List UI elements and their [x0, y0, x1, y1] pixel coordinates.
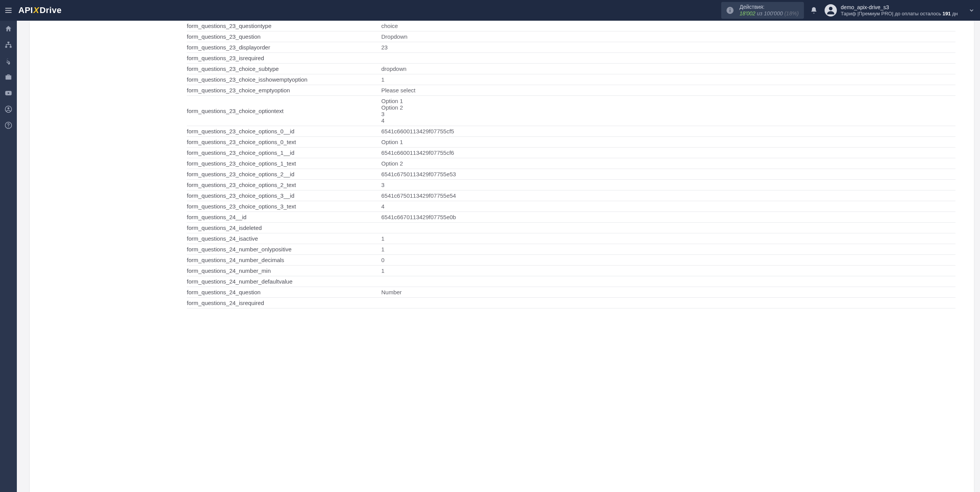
- user-menu-toggle[interactable]: [969, 7, 975, 13]
- actions-label: Действия:: [740, 4, 799, 10]
- row-value: 6541c6750113429f07755e53: [381, 169, 956, 180]
- row-key: form_questions_24_number_min: [187, 266, 381, 276]
- table-row: form_questions_24_isactive1: [187, 233, 956, 244]
- table-row: form_questions_24_number_onlypositive1: [187, 244, 956, 255]
- table-row: form_questions_23_choice_options_1__id65…: [187, 148, 956, 158]
- row-key: form_questions_24_number_decimals: [187, 255, 381, 266]
- row-value: 1: [381, 244, 956, 255]
- row-value: [381, 223, 956, 233]
- row-value: 0: [381, 255, 956, 266]
- row-value: 6541c6670113429f07755e0b: [381, 212, 956, 223]
- row-key: form_questions_24_isrequired: [187, 298, 381, 308]
- data-table: form_questions_23_questiontypechoiceform…: [187, 21, 956, 308]
- table-row: form_questions_24_number_decimals0: [187, 255, 956, 266]
- user-circle-icon: [5, 105, 12, 113]
- row-key: form_questions_23_choice_isshowemptyopti…: [187, 74, 381, 85]
- sidebar-item-video[interactable]: [0, 85, 17, 101]
- row-key: form_questions_23_choice_options_3_text: [187, 201, 381, 212]
- row-key: form_questions_23_choice_options_1_text: [187, 158, 381, 169]
- svg-rect-5: [730, 8, 730, 9]
- table-row: form_questions_23_choice_isshowemptyopti…: [187, 74, 956, 85]
- row-value: Dropdown: [381, 31, 956, 42]
- user-tariff: Тариф |Премиум PRO| до оплаты осталось 1…: [841, 11, 958, 17]
- row-value: [381, 298, 956, 308]
- table-row: form_questions_23_choice_options_2_text3: [187, 180, 956, 190]
- row-value: choice: [381, 21, 956, 31]
- row-key: form_questions_23_choice_options_0_text: [187, 137, 381, 148]
- actions-limit: 100'000: [764, 10, 783, 17]
- svg-point-13: [8, 107, 10, 109]
- svg-point-15: [8, 126, 9, 127]
- user-name: demo_apix-drive_s3: [841, 4, 958, 11]
- menu-toggle-button[interactable]: [0, 0, 17, 21]
- dollar-icon: [5, 57, 12, 65]
- info-icon: [726, 6, 734, 15]
- row-value: 3: [381, 180, 956, 190]
- row-value: [381, 53, 956, 64]
- table-row: form_questions_23_questiontypechoice: [187, 21, 956, 31]
- notifications-button[interactable]: [810, 7, 818, 14]
- row-key: form_questions_23_isrequired: [187, 53, 381, 64]
- logo-x: X: [33, 5, 39, 15]
- svg-point-6: [829, 7, 833, 10]
- table-row: form_questions_23_choice_emptyoptionPlea…: [187, 85, 956, 96]
- table-row: form_questions_23_choice_options_1_textO…: [187, 158, 956, 169]
- data-table-wrap: form_questions_23_questiontypechoiceform…: [187, 21, 956, 492]
- table-row: form_questions_23_choice_options_3_text4: [187, 201, 956, 212]
- row-key: form_questions_23_displayorder: [187, 42, 381, 53]
- row-key: form_questions_24_isdeleted: [187, 223, 381, 233]
- actions-meter[interactable]: Действия: 18'002 из 100'000 (18%): [721, 2, 804, 19]
- row-key: form_questions_24_number_defaultvalue: [187, 276, 381, 287]
- row-value: 6541c6600113429f07755cf5: [381, 126, 956, 137]
- row-key: form_questions_24_isactive: [187, 233, 381, 244]
- home-icon: [5, 25, 12, 33]
- table-row: form_questions_24_isdeleted: [187, 223, 956, 233]
- row-value: 1: [381, 74, 956, 85]
- table-row: form_questions_24_isrequired: [187, 298, 956, 308]
- chevron-down-icon: [969, 7, 975, 13]
- sidebar-item-account[interactable]: [0, 101, 17, 117]
- row-value: [381, 276, 956, 287]
- row-value: 1: [381, 233, 956, 244]
- row-value: Number: [381, 287, 956, 298]
- sidebar-item-toolbox[interactable]: [0, 69, 17, 85]
- row-key: form_questions_23_questiontype: [187, 21, 381, 31]
- bell-icon: [810, 7, 818, 14]
- svg-rect-9: [10, 46, 11, 48]
- user-icon: [825, 5, 836, 16]
- row-key: form_questions_23_choice_options_0__id: [187, 126, 381, 137]
- row-value: Option 1: [381, 137, 956, 148]
- svg-rect-8: [5, 46, 7, 48]
- row-value: dropdown: [381, 64, 956, 74]
- svg-rect-7: [8, 42, 10, 43]
- logo-api: API: [18, 5, 33, 15]
- row-key: form_questions_23_choice_options_1__id: [187, 148, 381, 158]
- row-value: Option 2: [381, 158, 956, 169]
- table-row: form_questions_23_choice_subtypedropdown: [187, 64, 956, 74]
- sidebar-item-help[interactable]: [0, 117, 17, 133]
- sidebar-item-billing[interactable]: [0, 53, 17, 69]
- row-value: Option 1 Option 2 3 4: [381, 96, 956, 126]
- table-row: form_questions_24_number_defaultvalue: [187, 276, 956, 287]
- user-block[interactable]: demo_apix-drive_s3 Тариф |Премиум PRO| д…: [825, 4, 958, 16]
- row-key: form_questions_23_choice_subtype: [187, 64, 381, 74]
- sidebar-item-home[interactable]: [0, 21, 17, 37]
- row-key: form_questions_23_question: [187, 31, 381, 42]
- row-value: 23: [381, 42, 956, 53]
- sitemap-icon: [5, 41, 12, 49]
- logo-drive: Drive: [39, 5, 62, 15]
- hamburger-icon: [4, 6, 13, 15]
- sidebar-item-connections[interactable]: [0, 37, 17, 53]
- table-row: form_questions_23_choice_optiontextOptio…: [187, 96, 956, 126]
- table-row: form_questions_23_questionDropdown: [187, 31, 956, 42]
- svg-rect-4: [730, 10, 730, 12]
- row-value: 6541c6600113429f07755cf6: [381, 148, 956, 158]
- avatar: [825, 4, 837, 16]
- actions-used: 18'002: [740, 10, 756, 17]
- logo[interactable]: APIXDrive: [18, 5, 62, 15]
- table-row: form_questions_23_choice_options_0__id65…: [187, 126, 956, 137]
- youtube-icon: [5, 89, 12, 97]
- actions-text: Действия: 18'002 из 100'000 (18%): [740, 4, 799, 17]
- row-key: form_questions_23_choice_options_2_text: [187, 180, 381, 190]
- table-row: form_questions_24_questionNumber: [187, 287, 956, 298]
